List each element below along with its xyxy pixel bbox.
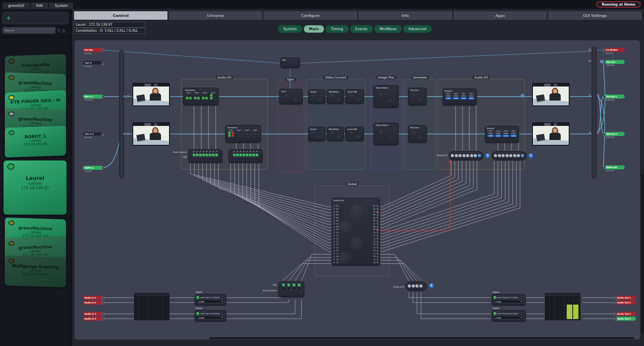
audio-channel[interactable]: P <box>209 150 212 157</box>
metadata-node-2[interactable]: MetaData <box>327 127 344 141</box>
audio-proc-out-channel[interactable]: 12 <box>356 237 378 240</box>
audio-proc-in-channel[interactable]: 07 <box>333 222 339 225</box>
sort-down-icon[interactable]: ▽ <box>57 28 60 33</box>
audio-content-src-node-1[interactable]: PPPPPPPP <box>188 149 222 163</box>
audio-proc-in-channel[interactable]: 12 <box>333 237 339 240</box>
audio-proc-in-channel[interactable]: 16 <box>333 249 339 252</box>
deembed-group[interactable]: Grp1 <box>186 92 192 99</box>
scaler-node-1[interactable]: Scaler <box>308 89 325 104</box>
main-tab[interactable]: Apps <box>453 11 547 20</box>
video-adjust-node-1[interactable]: Video Adjust <box>374 85 398 108</box>
audio-proc-out-channel[interactable]: 10 <box>356 231 378 234</box>
audio-proc-out-channel[interactable]: 16 <box>356 249 378 252</box>
gain-dropdown[interactable]: 15dBu <box>493 300 524 303</box>
audio-proc-out-channel[interactable]: 11 <box>356 234 378 237</box>
audio-in-port[interactable]: Audio In 3 <box>83 312 103 316</box>
video-preview-in-1[interactable] <box>132 83 170 106</box>
main-tab[interactable]: Control <box>74 11 168 20</box>
embed-channel[interactable]: del24Bitemb <box>510 130 517 137</box>
dolby-e-fs-node-3[interactable] <box>406 282 427 290</box>
deembed-group[interactable]: Grp4 <box>210 92 216 99</box>
video-preview-in-2[interactable] <box>132 122 170 146</box>
metadata-node-1[interactable]: MetaData <box>327 89 344 104</box>
audio-channel[interactable]: P <box>243 150 246 157</box>
deembed-group[interactable]: Grp1 <box>228 129 234 137</box>
audio-proc-in-channel[interactable]: 13 <box>333 240 339 243</box>
digital-input-node-2[interactable]: Audio Input 3/4 Digital 15dBu <box>195 310 226 321</box>
audio-proc-out-channel[interactable]: 15 <box>356 246 378 249</box>
audio-proc-out-channel[interactable]: 08 <box>356 225 378 228</box>
audio-proc-in-channel[interactable]: 05 <box>333 216 339 219</box>
audio-proc-in-channel[interactable]: 15 <box>333 246 339 249</box>
gain-dropdown[interactable]: 15dBu <box>196 300 225 303</box>
audio-proc-out-channel[interactable]: 17 <box>356 252 378 255</box>
deembed-group[interactable]: Grp4 <box>252 129 258 137</box>
check-icon[interactable] <box>493 312 496 315</box>
menu-item[interactable]: Edit <box>31 2 48 9</box>
wire-badge[interactable] <box>600 60 603 63</box>
audio-proc-out-channel[interactable]: 09 <box>356 228 378 231</box>
audio-proc-in-channel[interactable]: 02 <box>333 207 339 210</box>
sub-tab[interactable]: Main <box>303 25 325 33</box>
audio-out-port[interactable]: Audio Out 1 <box>616 296 636 300</box>
src-audio-content-node[interactable] <box>279 282 304 297</box>
audio-channel[interactable]: P <box>239 150 242 157</box>
sub-tab[interactable]: Events <box>350 25 373 33</box>
sort-up-icon[interactable]: △ <box>62 28 65 33</box>
audio-proc-in-channel[interactable]: 17 <box>333 252 339 255</box>
audio-channel[interactable]: P <box>196 150 199 157</box>
dolby-e-fs-node-1[interactable] <box>449 151 483 160</box>
audio-proc-in-channel[interactable]: 10 <box>333 231 339 234</box>
level-ab-node-2[interactable]: Level A/B <box>345 127 364 141</box>
main-tab[interactable]: Universe <box>169 11 263 20</box>
audio-proc-out-channel[interactable]: 04 <box>356 213 378 216</box>
audio-in-port[interactable]: Audio In 4 <box>83 317 103 321</box>
audio-proc-out-channel[interactable]: 03 <box>356 210 378 213</box>
vertical-scrollbar[interactable] <box>641 174 644 333</box>
audio-channel[interactable]: P <box>256 150 258 157</box>
embed-channel[interactable]: del24Bitemb <box>460 93 467 99</box>
gain-dropdown[interactable]: 15dBu <box>493 316 524 319</box>
audio-channel[interactable]: P <box>252 150 255 157</box>
gain-dropdown[interactable]: 15dBu <box>196 316 225 319</box>
deembed-node-1[interactable]: Deembed Grp1 Grp2 Grp3 Grp4 <box>183 88 219 105</box>
ref-node[interactable]: Ref <box>281 58 300 68</box>
output-bus-bar[interactable] <box>592 46 597 179</box>
audio-channel[interactable]: P <box>206 150 208 157</box>
audio-proc-in-channel[interactable]: 06 <box>333 219 339 222</box>
audio-proc-in-channel[interactable]: 20 <box>333 261 339 264</box>
deembed-group[interactable]: Grp2 <box>236 129 242 137</box>
check-icon[interactable] <box>196 312 199 315</box>
level-ab-node-1[interactable]: Level A/B <box>345 89 364 104</box>
audio-channel[interactable]: P <box>215 150 218 157</box>
embed-channel[interactable]: del24Bitemb <box>445 93 452 99</box>
audio-proc-in-channel[interactable]: 11 <box>333 234 339 237</box>
input-bus-bar[interactable] <box>119 50 124 178</box>
digital-input-node-1[interactable]: Audio Input 1/2 Digital 15dBu <box>195 294 226 305</box>
embed-channel[interactable]: del24Bitemb <box>468 93 475 99</box>
audio-channel[interactable]: P <box>193 150 196 157</box>
embed-node-1[interactable]: Embed del24Bitemb del24Bitemb del24Bitem… <box>443 89 477 105</box>
check-icon[interactable] <box>196 296 199 299</box>
audio-proc-out-channel[interactable]: 05 <box>356 216 378 219</box>
info-icon[interactable]: i <box>528 153 533 158</box>
audio-proc-out-channel[interactable]: 19 <box>356 258 378 261</box>
audio-proc-in-channel[interactable]: 14 <box>333 243 339 246</box>
audio-proc-in-channel[interactable]: 08 <box>333 225 339 228</box>
wire-badge[interactable] <box>521 94 524 97</box>
audio-out-port[interactable]: Audio Out 3 <box>616 312 636 316</box>
video-adjust-node-2[interactable]: Video Adjust <box>374 123 398 145</box>
main-tab[interactable]: GUI Settings <box>548 11 642 20</box>
audio-proc-out-channel[interactable]: 14 <box>356 243 378 246</box>
main-tab[interactable]: Configure <box>263 11 357 20</box>
audio-channel[interactable]: P <box>246 150 249 157</box>
audio-proc-in-channel[interactable]: 18 <box>333 255 339 258</box>
embed-channel[interactable]: del24Bitemb <box>503 130 509 137</box>
audio-in-port[interactable]: Audio In 1 <box>83 296 103 300</box>
menu-item[interactable]: greenGUI <box>2 2 30 9</box>
check-icon[interactable] <box>493 296 496 299</box>
audio-channel[interactable]: P <box>236 150 239 157</box>
audio-proc-out-channel[interactable]: 01 <box>356 204 378 207</box>
digital-output-node-2[interactable]: Audio Output 3/4 Digital 15dBu <box>492 310 526 321</box>
audio-proc-out-channel[interactable]: 13 <box>356 240 378 243</box>
